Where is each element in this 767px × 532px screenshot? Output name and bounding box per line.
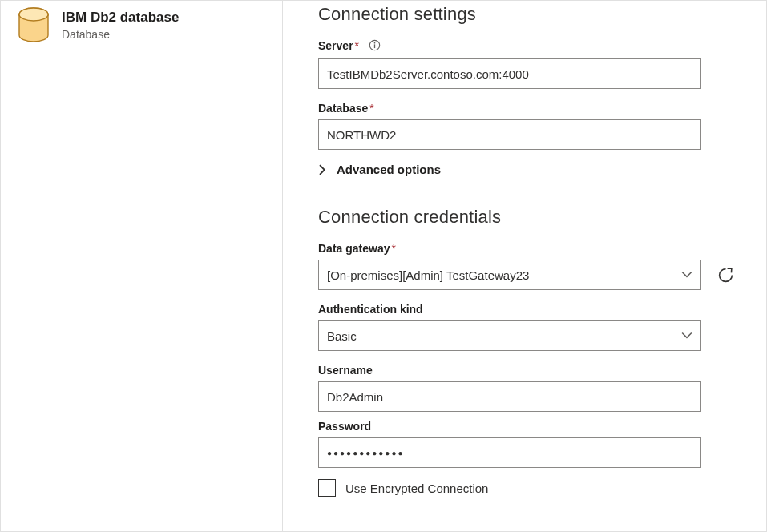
username-input[interactable] (318, 381, 701, 412)
server-label: Server* (318, 39, 744, 54)
refresh-gateway-button[interactable] (716, 265, 735, 284)
password-field-block: Password ●●●●●●●●●●●● (318, 420, 744, 468)
svg-rect-4 (374, 45, 375, 49)
required-star-icon: * (391, 242, 395, 255)
authkind-label: Authentication kind (318, 303, 744, 316)
svg-point-1 (19, 8, 48, 21)
server-input[interactable] (318, 58, 701, 89)
required-star-icon: * (355, 39, 359, 52)
main-form-panel: Connection settings Server* Database* Ad… (283, 1, 766, 531)
authkind-select-value: Basic (327, 329, 357, 343)
gateway-field-block: Data gateway* [On-premises][Admin] TestG… (318, 242, 744, 290)
refresh-icon (717, 267, 734, 284)
encrypted-checkbox[interactable] (318, 479, 336, 497)
database-field-block: Database* (318, 102, 744, 150)
gateway-select-value: [On-premises][Admin] TestGateway23 (327, 268, 529, 282)
password-label: Password (318, 420, 744, 433)
gateway-select[interactable]: [On-premises][Admin] TestGateway23 (318, 260, 701, 290)
svg-point-3 (374, 42, 376, 44)
authkind-field-block: Authentication kind Basic (318, 303, 744, 351)
gateway-label-text: Data gateway (318, 242, 390, 255)
username-field-block: Username (318, 364, 744, 412)
connector-info-panel: IBM Db2 database Database (1, 1, 283, 531)
database-icon (17, 7, 50, 42)
gateway-label: Data gateway* (318, 242, 744, 255)
database-input[interactable] (318, 119, 701, 150)
advanced-options-label: Advanced options (337, 163, 441, 176)
password-input[interactable]: ●●●●●●●●●●●● (318, 437, 701, 468)
chevron-right-icon (318, 164, 327, 175)
authkind-select[interactable]: Basic (318, 320, 701, 351)
database-label-text: Database (318, 102, 368, 115)
server-field-block: Server* (318, 39, 744, 89)
connection-settings-heading: Connection settings (318, 4, 744, 25)
encrypted-checkbox-label: Use Encrypted Connection (345, 482, 488, 495)
required-star-icon: * (369, 102, 373, 115)
connector-text: IBM Db2 database Database (62, 7, 179, 41)
username-label: Username (318, 364, 744, 377)
database-label: Database* (318, 102, 744, 115)
encrypted-checkbox-row: Use Encrypted Connection (318, 479, 744, 497)
info-icon[interactable] (369, 39, 381, 54)
advanced-options-toggle[interactable]: Advanced options (318, 163, 744, 176)
connector-title: IBM Db2 database (62, 9, 179, 26)
chevron-down-icon (681, 271, 692, 279)
chevron-down-icon (681, 332, 692, 340)
server-label-text: Server (318, 39, 353, 52)
connector-subtitle: Database (62, 28, 179, 41)
connection-credentials-heading: Connection credentials (318, 207, 744, 228)
